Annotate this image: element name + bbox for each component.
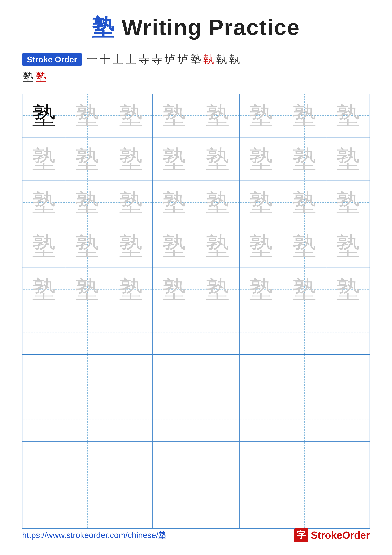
- grid-cell[interactable]: 塾: [240, 94, 283, 138]
- grid-cell[interactable]: 塾: [326, 181, 370, 224]
- cell-guide-horizontal: [283, 507, 326, 507]
- grid-cell[interactable]: 塾: [109, 94, 153, 138]
- grid-cell[interactable]: 塾: [109, 268, 153, 311]
- grid-cell[interactable]: [196, 398, 240, 442]
- practice-char: 塾: [293, 278, 316, 301]
- practice-char: 塾: [249, 147, 273, 171]
- grid-cell[interactable]: [109, 311, 153, 355]
- grid-cell[interactable]: 塾: [283, 181, 327, 224]
- grid-cell[interactable]: 塾: [240, 268, 283, 311]
- grid-cell[interactable]: [240, 442, 283, 485]
- grid-cell[interactable]: 塾: [22, 268, 66, 311]
- grid-cell[interactable]: 塾: [196, 268, 240, 311]
- grid-cell[interactable]: 塾: [66, 94, 109, 138]
- grid-cell[interactable]: [22, 485, 66, 529]
- grid-cell[interactable]: 塾: [22, 94, 66, 138]
- grid-cell[interactable]: 塾: [283, 224, 327, 268]
- grid-cell[interactable]: 塾: [109, 224, 153, 268]
- grid-cell[interactable]: 塾: [66, 268, 109, 311]
- grid-cell[interactable]: [283, 398, 327, 442]
- grid-cell[interactable]: [22, 442, 66, 485]
- grid-cell[interactable]: [240, 485, 283, 529]
- grid-cell[interactable]: 塾: [22, 224, 66, 268]
- grid-cell[interactable]: 塾: [153, 94, 196, 138]
- grid-cell[interactable]: 塾: [22, 181, 66, 224]
- grid-cell[interactable]: [66, 398, 109, 442]
- grid-cell[interactable]: 塾: [196, 224, 240, 268]
- practice-char: 塾: [32, 104, 56, 127]
- cell-guide-vertical: [131, 398, 131, 441]
- grid-cell[interactable]: [109, 485, 153, 529]
- grid-cell[interactable]: [153, 355, 196, 398]
- grid-cell[interactable]: 塾: [196, 138, 240, 181]
- grid-cell[interactable]: [283, 355, 327, 398]
- grid-cell[interactable]: 塾: [66, 224, 109, 268]
- grid-cell[interactable]: [240, 355, 283, 398]
- grid-cell[interactable]: 塾: [240, 138, 283, 181]
- grid-cell[interactable]: 塾: [66, 138, 109, 181]
- grid-cell[interactable]: 塾: [196, 94, 240, 138]
- cell-guide-vertical: [44, 398, 44, 441]
- grid-cell[interactable]: 塾: [109, 138, 153, 181]
- cell-guide-horizontal: [197, 333, 239, 333]
- grid-cell[interactable]: 塾: [283, 268, 327, 311]
- grid-cell[interactable]: [240, 398, 283, 442]
- grid-cell[interactable]: [153, 398, 196, 442]
- grid-cell[interactable]: [22, 355, 66, 398]
- grid-cell[interactable]: 塾: [326, 138, 370, 181]
- practice-char: 塾: [76, 234, 99, 258]
- grid-cell[interactable]: [153, 311, 196, 355]
- grid-cell[interactable]: [153, 442, 196, 485]
- grid-cell[interactable]: 塾: [283, 138, 327, 181]
- grid-cell[interactable]: 塾: [22, 138, 66, 181]
- grid-cell[interactable]: 塾: [196, 181, 240, 224]
- cell-guide-vertical: [174, 442, 174, 484]
- grid-cell[interactable]: [326, 485, 370, 529]
- grid-cell[interactable]: 塾: [326, 268, 370, 311]
- grid-cell[interactable]: [153, 485, 196, 529]
- cell-guide-horizontal: [66, 507, 109, 507]
- grid-cell[interactable]: 塾: [66, 181, 109, 224]
- grid-cell[interactable]: 塾: [240, 224, 283, 268]
- grid-cell[interactable]: [196, 311, 240, 355]
- grid-cell[interactable]: 塾: [283, 94, 327, 138]
- grid-cell[interactable]: 塾: [326, 224, 370, 268]
- practice-char: 塾: [32, 278, 56, 301]
- grid-cell[interactable]: 塾: [153, 224, 196, 268]
- grid-cell[interactable]: 塾: [326, 94, 370, 138]
- grid-cell[interactable]: [283, 485, 327, 529]
- grid-cell[interactable]: [326, 442, 370, 485]
- grid-cell[interactable]: [109, 442, 153, 485]
- grid-cell[interactable]: [326, 311, 370, 355]
- grid-cell[interactable]: [196, 355, 240, 398]
- grid-cell[interactable]: [109, 355, 153, 398]
- grid-cell[interactable]: [283, 442, 327, 485]
- grid-cell[interactable]: 塾: [153, 181, 196, 224]
- grid-cell[interactable]: [66, 442, 109, 485]
- practice-char: 塾: [293, 234, 316, 258]
- grid-cell[interactable]: [196, 485, 240, 529]
- grid-cell[interactable]: 塾: [109, 181, 153, 224]
- grid-cell[interactable]: [66, 355, 109, 398]
- grid-cell[interactable]: 塾: [153, 138, 196, 181]
- cell-guide-vertical: [348, 312, 348, 354]
- grid-cell[interactable]: [240, 311, 283, 355]
- grid-row: [22, 485, 370, 529]
- title-char: 塾: [92, 15, 115, 40]
- footer-url[interactable]: https://www.strokeorder.com/chinese/塾: [22, 530, 166, 541]
- grid-row: 塾塾塾塾塾塾塾塾: [22, 94, 370, 138]
- cell-guide-horizontal: [110, 507, 152, 507]
- grid-cell[interactable]: 塾: [153, 268, 196, 311]
- grid-cell[interactable]: [22, 398, 66, 442]
- grid-cell[interactable]: [326, 355, 370, 398]
- grid-cell[interactable]: [22, 311, 66, 355]
- stroke-char: 寺: [139, 52, 149, 67]
- grid-cell[interactable]: [326, 398, 370, 442]
- grid-cell[interactable]: [66, 485, 109, 529]
- grid-cell[interactable]: [283, 311, 327, 355]
- cell-guide-vertical: [348, 398, 348, 441]
- grid-cell[interactable]: [109, 398, 153, 442]
- grid-cell[interactable]: [196, 442, 240, 485]
- grid-cell[interactable]: 塾: [240, 181, 283, 224]
- grid-cell[interactable]: [66, 311, 109, 355]
